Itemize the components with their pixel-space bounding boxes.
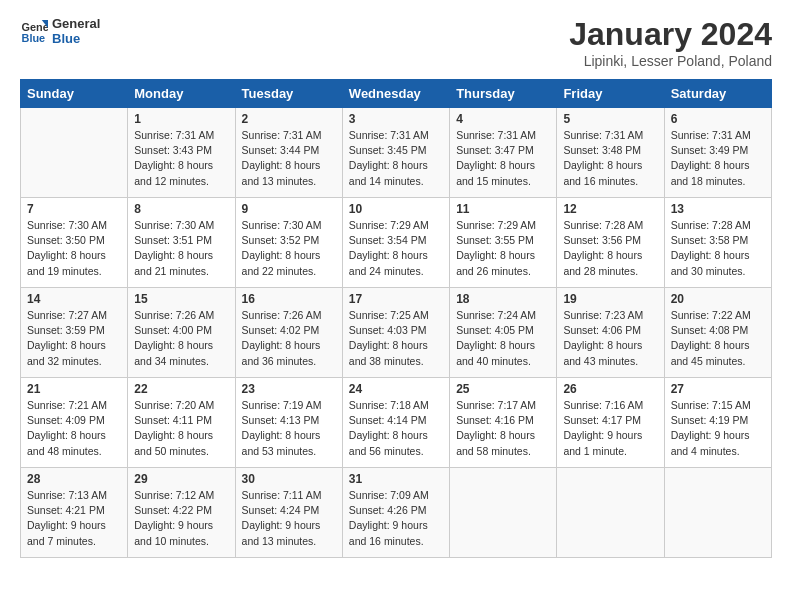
day-number: 15	[134, 292, 228, 306]
day-info: Sunrise: 7:30 AM Sunset: 3:50 PM Dayligh…	[27, 218, 121, 279]
day-number: 4	[456, 112, 550, 126]
calendar-cell: 23Sunrise: 7:19 AM Sunset: 4:13 PM Dayli…	[235, 378, 342, 468]
calendar-cell	[450, 468, 557, 558]
day-info: Sunrise: 7:23 AM Sunset: 4:06 PM Dayligh…	[563, 308, 657, 369]
header-wednesday: Wednesday	[342, 80, 449, 108]
calendar-cell: 1Sunrise: 7:31 AM Sunset: 3:43 PM Daylig…	[128, 108, 235, 198]
day-info: Sunrise: 7:15 AM Sunset: 4:19 PM Dayligh…	[671, 398, 765, 459]
calendar-table: SundayMondayTuesdayWednesdayThursdayFrid…	[20, 79, 772, 558]
day-info: Sunrise: 7:30 AM Sunset: 3:52 PM Dayligh…	[242, 218, 336, 279]
day-number: 24	[349, 382, 443, 396]
logo-line1: General	[52, 16, 100, 31]
calendar-cell: 6Sunrise: 7:31 AM Sunset: 3:49 PM Daylig…	[664, 108, 771, 198]
day-number: 8	[134, 202, 228, 216]
calendar-cell: 19Sunrise: 7:23 AM Sunset: 4:06 PM Dayli…	[557, 288, 664, 378]
day-number: 30	[242, 472, 336, 486]
day-number: 11	[456, 202, 550, 216]
calendar-cell: 8Sunrise: 7:30 AM Sunset: 3:51 PM Daylig…	[128, 198, 235, 288]
calendar-cell: 14Sunrise: 7:27 AM Sunset: 3:59 PM Dayli…	[21, 288, 128, 378]
day-info: Sunrise: 7:30 AM Sunset: 3:51 PM Dayligh…	[134, 218, 228, 279]
calendar-cell	[664, 468, 771, 558]
day-info: Sunrise: 7:24 AM Sunset: 4:05 PM Dayligh…	[456, 308, 550, 369]
calendar-cell	[557, 468, 664, 558]
day-number: 27	[671, 382, 765, 396]
calendar-cell: 2Sunrise: 7:31 AM Sunset: 3:44 PM Daylig…	[235, 108, 342, 198]
location: Lipinki, Lesser Poland, Poland	[569, 53, 772, 69]
logo-icon: General Blue	[20, 17, 48, 45]
calendar-cell: 20Sunrise: 7:22 AM Sunset: 4:08 PM Dayli…	[664, 288, 771, 378]
header-sunday: Sunday	[21, 80, 128, 108]
day-info: Sunrise: 7:31 AM Sunset: 3:47 PM Dayligh…	[456, 128, 550, 189]
calendar-cell: 28Sunrise: 7:13 AM Sunset: 4:21 PM Dayli…	[21, 468, 128, 558]
day-number: 5	[563, 112, 657, 126]
day-number: 3	[349, 112, 443, 126]
day-number: 18	[456, 292, 550, 306]
day-number: 23	[242, 382, 336, 396]
day-info: Sunrise: 7:27 AM Sunset: 3:59 PM Dayligh…	[27, 308, 121, 369]
calendar-cell: 24Sunrise: 7:18 AM Sunset: 4:14 PM Dayli…	[342, 378, 449, 468]
calendar-cell: 7Sunrise: 7:30 AM Sunset: 3:50 PM Daylig…	[21, 198, 128, 288]
day-info: Sunrise: 7:18 AM Sunset: 4:14 PM Dayligh…	[349, 398, 443, 459]
day-number: 19	[563, 292, 657, 306]
calendar-header-row: SundayMondayTuesdayWednesdayThursdayFrid…	[21, 80, 772, 108]
day-info: Sunrise: 7:29 AM Sunset: 3:55 PM Dayligh…	[456, 218, 550, 279]
calendar-cell: 21Sunrise: 7:21 AM Sunset: 4:09 PM Dayli…	[21, 378, 128, 468]
calendar-cell: 22Sunrise: 7:20 AM Sunset: 4:11 PM Dayli…	[128, 378, 235, 468]
calendar-cell: 10Sunrise: 7:29 AM Sunset: 3:54 PM Dayli…	[342, 198, 449, 288]
day-number: 31	[349, 472, 443, 486]
calendar-cell: 26Sunrise: 7:16 AM Sunset: 4:17 PM Dayli…	[557, 378, 664, 468]
day-number: 22	[134, 382, 228, 396]
day-info: Sunrise: 7:29 AM Sunset: 3:54 PM Dayligh…	[349, 218, 443, 279]
calendar-cell: 29Sunrise: 7:12 AM Sunset: 4:22 PM Dayli…	[128, 468, 235, 558]
calendar-cell: 15Sunrise: 7:26 AM Sunset: 4:00 PM Dayli…	[128, 288, 235, 378]
logo: General Blue General Blue	[20, 16, 100, 46]
day-info: Sunrise: 7:17 AM Sunset: 4:16 PM Dayligh…	[456, 398, 550, 459]
day-info: Sunrise: 7:09 AM Sunset: 4:26 PM Dayligh…	[349, 488, 443, 549]
calendar-week-2: 7Sunrise: 7:30 AM Sunset: 3:50 PM Daylig…	[21, 198, 772, 288]
day-info: Sunrise: 7:13 AM Sunset: 4:21 PM Dayligh…	[27, 488, 121, 549]
calendar-week-1: 1Sunrise: 7:31 AM Sunset: 3:43 PM Daylig…	[21, 108, 772, 198]
day-info: Sunrise: 7:11 AM Sunset: 4:24 PM Dayligh…	[242, 488, 336, 549]
day-info: Sunrise: 7:31 AM Sunset: 3:43 PM Dayligh…	[134, 128, 228, 189]
calendar-cell: 4Sunrise: 7:31 AM Sunset: 3:47 PM Daylig…	[450, 108, 557, 198]
day-info: Sunrise: 7:31 AM Sunset: 3:48 PM Dayligh…	[563, 128, 657, 189]
calendar-week-5: 28Sunrise: 7:13 AM Sunset: 4:21 PM Dayli…	[21, 468, 772, 558]
calendar-cell: 30Sunrise: 7:11 AM Sunset: 4:24 PM Dayli…	[235, 468, 342, 558]
day-number: 16	[242, 292, 336, 306]
day-number: 28	[27, 472, 121, 486]
day-info: Sunrise: 7:19 AM Sunset: 4:13 PM Dayligh…	[242, 398, 336, 459]
calendar-cell: 17Sunrise: 7:25 AM Sunset: 4:03 PM Dayli…	[342, 288, 449, 378]
calendar-cell: 16Sunrise: 7:26 AM Sunset: 4:02 PM Dayli…	[235, 288, 342, 378]
day-number: 7	[27, 202, 121, 216]
header-monday: Monday	[128, 80, 235, 108]
calendar-week-3: 14Sunrise: 7:27 AM Sunset: 3:59 PM Dayli…	[21, 288, 772, 378]
day-info: Sunrise: 7:22 AM Sunset: 4:08 PM Dayligh…	[671, 308, 765, 369]
day-number: 26	[563, 382, 657, 396]
day-number: 14	[27, 292, 121, 306]
calendar-cell: 9Sunrise: 7:30 AM Sunset: 3:52 PM Daylig…	[235, 198, 342, 288]
day-info: Sunrise: 7:28 AM Sunset: 3:56 PM Dayligh…	[563, 218, 657, 279]
day-info: Sunrise: 7:25 AM Sunset: 4:03 PM Dayligh…	[349, 308, 443, 369]
day-number: 2	[242, 112, 336, 126]
day-number: 21	[27, 382, 121, 396]
day-number: 1	[134, 112, 228, 126]
calendar-cell: 3Sunrise: 7:31 AM Sunset: 3:45 PM Daylig…	[342, 108, 449, 198]
day-number: 25	[456, 382, 550, 396]
calendar-week-4: 21Sunrise: 7:21 AM Sunset: 4:09 PM Dayli…	[21, 378, 772, 468]
calendar-cell	[21, 108, 128, 198]
calendar-cell: 13Sunrise: 7:28 AM Sunset: 3:58 PM Dayli…	[664, 198, 771, 288]
day-number: 6	[671, 112, 765, 126]
calendar-cell: 5Sunrise: 7:31 AM Sunset: 3:48 PM Daylig…	[557, 108, 664, 198]
day-info: Sunrise: 7:21 AM Sunset: 4:09 PM Dayligh…	[27, 398, 121, 459]
day-info: Sunrise: 7:12 AM Sunset: 4:22 PM Dayligh…	[134, 488, 228, 549]
day-info: Sunrise: 7:31 AM Sunset: 3:45 PM Dayligh…	[349, 128, 443, 189]
day-number: 9	[242, 202, 336, 216]
calendar-cell: 18Sunrise: 7:24 AM Sunset: 4:05 PM Dayli…	[450, 288, 557, 378]
calendar-cell: 11Sunrise: 7:29 AM Sunset: 3:55 PM Dayli…	[450, 198, 557, 288]
logo-line2: Blue	[52, 31, 100, 46]
header-friday: Friday	[557, 80, 664, 108]
day-info: Sunrise: 7:26 AM Sunset: 4:02 PM Dayligh…	[242, 308, 336, 369]
day-number: 29	[134, 472, 228, 486]
day-info: Sunrise: 7:31 AM Sunset: 3:49 PM Dayligh…	[671, 128, 765, 189]
header-saturday: Saturday	[664, 80, 771, 108]
